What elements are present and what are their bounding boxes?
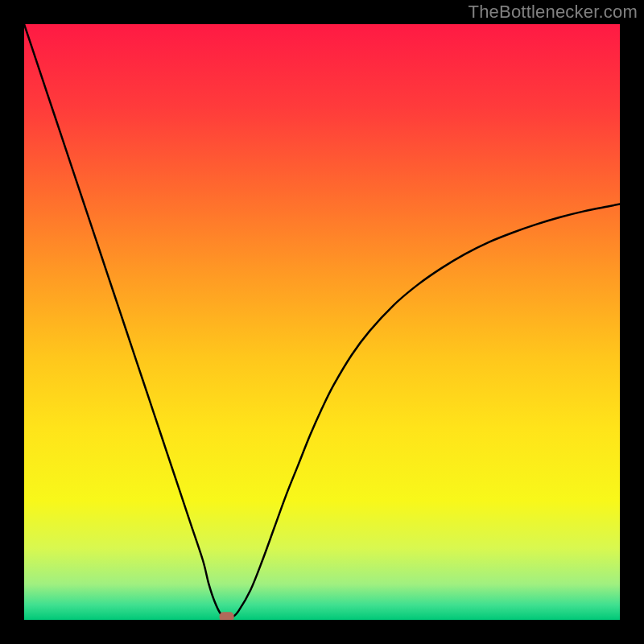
plot-area [24,24,620,620]
chart-svg [24,24,620,620]
minimum-marker [220,612,234,620]
gradient-background [24,24,620,620]
watermark-text: TheBottlenecker.com [469,2,638,23]
chart-frame: TheBottlenecker.com [0,0,644,644]
